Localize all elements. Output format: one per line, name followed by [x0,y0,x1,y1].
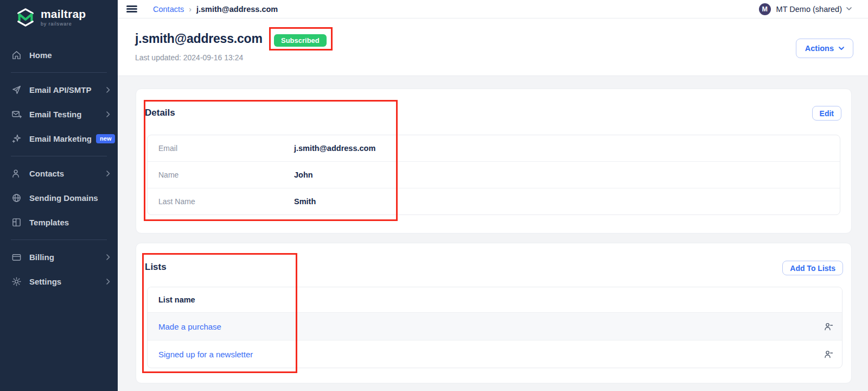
logo-wordmark: mailtrap [41,8,86,20]
sparkles-icon [11,134,22,144]
list-name-column-header: List name [148,287,842,312]
name-label: Name [158,171,294,179]
account-menu[interactable]: M MT Demo (shared) [759,3,852,15]
sidebar-item-home[interactable]: Home [0,43,118,67]
last-name-label: Last Name [158,197,294,206]
content-area: Details Edit Email j.smith@address.com N… [118,76,868,391]
edit-button[interactable]: Edit [812,106,841,121]
sidebar-item-settings[interactable]: Settings [0,269,118,294]
chevron-right-icon [106,171,110,176]
chevron-down-icon [839,47,844,51]
sidebar-nav: Home Email API/SMTP Email Testing [0,43,118,294]
lists-table: List name Made a purchase Signed up for … [147,287,843,368]
page-title: j.smith@address.com [135,31,263,46]
home-icon [11,50,22,60]
mailtrap-logo[interactable]: mailtrap by railsware [0,0,118,28]
person-minus-icon[interactable] [824,350,833,359]
divider [11,239,107,240]
status-badge: Subscribed [274,34,327,47]
email-testing-icon [11,109,22,119]
list-item: Made a purchase [148,312,842,340]
account-name: MT Demo (shared) [776,5,842,14]
sidebar: mailtrap by railsware Home Email API/SMT… [0,0,118,391]
avatar: M [759,3,771,15]
add-to-lists-button[interactable]: Add To Lists [782,261,843,275]
breadcrumb-contacts-link[interactable]: Contacts [153,5,184,14]
chevron-down-icon [846,7,852,11]
last-updated-text: Last updated: 2024-09-16 13:24 [135,53,243,62]
sidebar-item-billing[interactable]: Billing [0,245,118,269]
email-value: j.smith@address.com [294,144,375,153]
logo-byline: by railsware [41,21,86,27]
chevron-right-icon [106,279,110,285]
send-icon [11,85,22,95]
table-row: Email j.smith@address.com [148,135,840,161]
billing-icon [11,252,22,262]
table-row: Name John [148,161,840,188]
person-minus-icon[interactable] [824,322,833,331]
gear-icon [11,276,22,287]
new-badge: new [96,134,115,143]
details-card-title: Details [145,108,175,118]
templates-icon [11,217,22,228]
last-name-value: Smith [294,197,316,206]
globe-icon [11,193,22,203]
lists-card-title: Lists [145,262,167,273]
details-card: Details Edit Email j.smith@address.com N… [136,89,852,234]
list-link-signed-up-newsletter[interactable]: Signed up for a newsletter [158,350,253,359]
name-value: John [294,171,313,179]
breadcrumb-current: j.smith@address.com [196,5,278,14]
sidebar-item-sending-domains[interactable]: Sending Domains [0,186,118,210]
chevron-right-icon [106,87,110,93]
mailtrap-app: mailtrap by railsware Home Email API/SMT… [0,0,868,391]
page-header: j.smith@address.com Subscribed Last upda… [118,19,868,76]
sidebar-item-email-marketing[interactable]: Email Marketing new [0,127,118,151]
chevron-right-icon [106,254,110,260]
sidebar-item-contacts[interactable]: Contacts [0,161,118,186]
divider [11,72,107,73]
lists-card: Lists Add To Lists List name Made a purc… [136,243,852,383]
contacts-icon [11,168,22,179]
list-item: Signed up for a newsletter [148,340,842,368]
sidebar-item-templates[interactable]: Templates [0,210,118,235]
sidebar-item-email-api-smtp[interactable]: Email API/SMTP [0,78,118,102]
list-link-made-a-purchase[interactable]: Made a purchase [158,322,221,331]
chevron-right-icon [106,111,110,117]
chevron-right-icon: › [189,5,192,14]
table-row: Last Name Smith [148,188,840,215]
divider [11,156,107,156]
email-label: Email [158,144,294,153]
breadcrumb: Contacts › j.smith@address.com [153,5,278,14]
details-table: Email j.smith@address.com Name John Last… [147,135,840,215]
mailtrap-logo-icon [15,7,36,28]
menu-icon[interactable] [126,5,137,12]
sidebar-item-email-testing[interactable]: Email Testing [0,102,118,127]
topbar: Contacts › j.smith@address.com M MT Demo… [118,0,868,18]
actions-button[interactable]: Actions [796,39,853,58]
